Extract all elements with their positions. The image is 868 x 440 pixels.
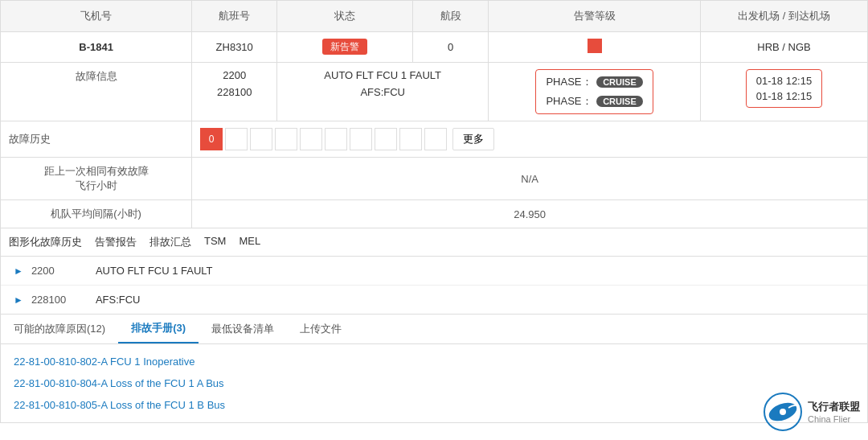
col-segment: 航段 [412, 1, 488, 32]
time-container: 01-18 12:15 01-18 12:15 [746, 69, 822, 108]
link-alert-report[interactable]: 告警报告 [95, 235, 137, 249]
history-box-3 [275, 128, 297, 150]
link-troubleshoot[interactable]: 排故汇总 [149, 235, 191, 249]
dist-label: 距上一次相同有效故障 飞行小时 [1, 158, 192, 200]
expand-code-0: 2200 [31, 265, 96, 277]
fault-history-cell: 0 更多 [192, 121, 868, 158]
tab-1[interactable]: 排故手册(3) [118, 315, 199, 343]
tabs-bar: 可能的故障原因(12) 排故手册(3) 最低设备清单 上传文件 [1, 315, 867, 344]
tab-link-0[interactable]: 22-81-00-810-802-A FCU 1 Inoperative [1, 351, 867, 372]
interval-label: 机队平均间隔(小时) [1, 200, 192, 228]
col-status: 状态 [277, 1, 413, 32]
watermark-logo-icon [763, 392, 803, 423]
fault-code-2: 228100 [200, 86, 268, 98]
phase-label-1: PHASE： [546, 76, 592, 88]
expand-row-0[interactable]: ► 2200 AUTO FLT FCU 1 FAULT [1, 257, 867, 286]
tab-0[interactable]: 可能的故障原因(12) [1, 315, 118, 343]
fault-history-label: 故障历史 [1, 121, 192, 158]
watermark-text-block: 飞行者联盟 China Flier [808, 400, 860, 423]
expand-code-1: 228100 [31, 294, 96, 306]
history-box-9 [424, 128, 447, 150]
aircraft-num: B-1841 [1, 32, 192, 63]
tabs-section: 可能的故障原因(12) 排故手册(3) 最低设备清单 上传文件 22-81-00… [0, 315, 868, 423]
fault-info-label: 故障信息 [1, 63, 192, 121]
col-aircraft: 飞机号 [1, 1, 192, 32]
history-box-8 [399, 128, 422, 150]
dist-value: N/A [192, 158, 868, 200]
link-tsm[interactable]: TSM [204, 235, 226, 249]
fault-desc-1: AUTO FLT FCU 1 FAULT [285, 69, 480, 81]
flight-num: ZH8310 [192, 32, 277, 63]
fault-codes-cell: 2200 228100 [192, 63, 277, 121]
expand-row-1[interactable]: ► 228100 AFS:FCU [1, 286, 867, 314]
expand-desc-0: AUTO FLT FCU 1 FAULT [96, 265, 213, 277]
phase-label-2: PHASE： [546, 95, 592, 107]
tab-content: 22-81-00-810-802-A FCU 1 Inoperative 22-… [1, 344, 867, 422]
bottom-links: 图形化故障历史 告警报告 排故汇总 TSM MEL [9, 235, 859, 249]
col-flight: 航班号 [192, 1, 277, 32]
tab-link-2[interactable]: 22-81-00-810-805-A Loss of the FCU 1 B B… [1, 394, 867, 416]
link-chart-history[interactable]: 图形化故障历史 [9, 235, 82, 249]
history-box-6 [350, 128, 372, 150]
tab-3[interactable]: 上传文件 [287, 315, 354, 343]
time-row-1: 01-18 12:15 [756, 75, 812, 87]
phase-row-2: PHASE： CRUISE [546, 94, 642, 109]
history-box-5 [325, 128, 347, 150]
tab-link-1[interactable]: 22-81-00-810-804-A Loss of the FCU 1 A B… [1, 372, 867, 394]
history-box-2 [250, 128, 272, 150]
time-row-2: 01-18 12:15 [756, 90, 812, 102]
history-boxes: 0 更多 [200, 128, 859, 150]
time-cell: 01-18 12:15 01-18 12:15 [701, 63, 868, 121]
more-button[interactable]: 更多 [452, 128, 494, 150]
phase-row-1: PHASE： CRUISE [546, 75, 642, 89]
main-table: 飞机号 航班号 状态 航段 告警等级 出发机场 / 到达机场 B-1841 ZH… [0, 0, 868, 257]
interval-value: 24.950 [192, 200, 868, 228]
tab-2[interactable]: 最低设备清单 [199, 315, 287, 343]
watermark-subtitle: China Flier [808, 414, 860, 423]
fault-desc-cell: AUTO FLT FCU 1 FAULT AFS:FCU [277, 63, 489, 121]
watermark-title: 飞行者联盟 [808, 400, 860, 414]
cruise-badge-1: CRUISE [596, 76, 643, 88]
airport-cell: HRB / NGB [701, 32, 868, 63]
watermark: 飞行者联盟 China Flier [763, 392, 860, 423]
fault-code-1: 2200 [200, 69, 268, 81]
history-box-7 [375, 128, 397, 150]
col-airport: 出发机场 / 到达机场 [701, 1, 868, 32]
history-box-1 [225, 128, 248, 150]
status-cell: 新告警 [277, 32, 413, 63]
alert-square [588, 39, 602, 53]
expandable-section: ► 2200 AUTO FLT FCU 1 FAULT ► 228100 AFS… [0, 257, 868, 315]
expand-arrow-1: ► [14, 294, 23, 306]
history-box-4 [300, 128, 322, 150]
expand-desc-1: AFS:FCU [96, 294, 141, 306]
fault-desc-2: AFS:FCU [285, 86, 480, 98]
history-box-0: 0 [200, 128, 223, 150]
phase-container: PHASE： CRUISE PHASE： CRUISE [535, 69, 653, 114]
new-alert-badge: 新告警 [322, 39, 367, 55]
expand-arrow-0: ► [14, 265, 23, 277]
phase-cell: PHASE： CRUISE PHASE： CRUISE [489, 63, 701, 121]
svg-point-2 [780, 409, 786, 415]
col-alert: 告警等级 [489, 1, 701, 32]
alert-level-cell [489, 32, 701, 63]
segment-cell: 0 [412, 32, 488, 63]
cruise-badge-2: CRUISE [596, 96, 643, 107]
link-mel[interactable]: MEL [239, 235, 260, 249]
